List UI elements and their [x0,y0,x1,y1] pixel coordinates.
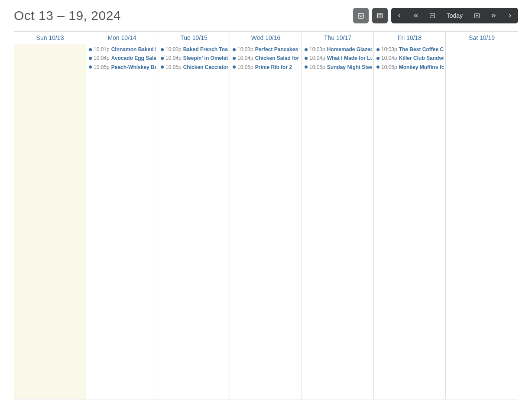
day-header[interactable]: Fri 10/18 [374,32,446,44]
calendar-event[interactable]: 10:04pWhat I Made for Lunch [302,54,373,62]
today-button[interactable]: Today [441,8,469,23]
day-header[interactable]: Tue 10/15 [158,32,230,44]
event-time: 10:05p [94,63,110,72]
double-chevron-right-icon [490,13,496,18]
calendar-body: 10:01pCinnamon Baked French10:04pAvocado… [14,44,518,399]
calendar-event[interactable]: 10:05pPrime Rib for 2 [230,63,302,72]
zoom-out-button[interactable] [424,8,441,23]
event-dot-icon [376,65,380,69]
calendar-event[interactable]: 10:05pChicken Cacciatore for [158,63,230,72]
day-column[interactable]: 10:03pThe Best Coffee Cake. I10:04pKille… [374,44,446,399]
day-column[interactable]: 10:03pHomemade Glazed Dou10:04pWhat I Ma… [302,44,374,399]
list-view-button[interactable] [372,8,388,23]
event-time: 10:04p [165,54,182,62]
event-title: The Best Coffee Cake. I [399,45,444,54]
calendar-event[interactable]: 10:05pPeach-Whiskey Barbec [86,63,158,72]
event-title: Baked French Toast for [183,45,228,54]
next-fast-button[interactable] [485,8,502,23]
calendar-event[interactable]: 10:03pThe Best Coffee Cake. I [374,45,445,54]
calendar-event[interactable]: 10:04pKiller Club Sandwich fo [374,54,445,62]
event-title: Chicken Salad for 2 [255,54,300,62]
event-time: 10:03p [309,45,325,54]
calendar-event[interactable]: 10:03pPerfect Pancakes for 2 [230,45,302,54]
day-column[interactable] [14,44,86,399]
event-dot-icon [305,48,308,51]
event-dot-icon [376,57,380,60]
day-header[interactable]: Sun 10/13 [14,32,86,44]
prev-button[interactable] [391,8,408,23]
event-dot-icon [89,48,92,51]
minus-box-icon [429,12,436,19]
calendar-header-row: Sun 10/13Mon 10/14Tue 10/15Wed 10/16Thu … [14,32,518,44]
day-column[interactable]: 10:01pCinnamon Baked French10:04pAvocado… [86,44,158,399]
day-column[interactable]: 10:03pPerfect Pancakes for 210:04pChicke… [230,44,302,399]
event-title: Killer Club Sandwich fo [399,54,444,62]
day-header[interactable]: Thu 10/17 [302,32,374,44]
event-dot-icon [233,57,236,60]
day-header[interactable]: Wed 10/16 [230,32,302,44]
topbar: Oct 13 – 19, 2024 [14,8,518,23]
list-icon [376,12,383,19]
event-time: 10:05p [237,63,253,72]
event-dot-icon [161,65,164,69]
event-title: Prime Rib for 2 [255,63,292,72]
event-title: Perfect Pancakes for 2 [255,45,300,54]
event-dot-icon [376,48,380,51]
event-time: 10:03p [237,45,253,54]
event-time: 10:05p [165,63,182,72]
day-header[interactable]: Mon 10/14 [86,32,158,44]
next-button[interactable] [502,8,518,23]
day-column[interactable] [446,44,518,399]
calendar-event[interactable]: 10:01pCinnamon Baked French [86,45,158,54]
event-title: Avocado Egg Salad for 2 [111,54,156,62]
event-title: Cinnamon Baked French [111,45,156,54]
date-nav-pill: Today [391,8,518,23]
event-time: 10:01p [94,45,110,54]
chevron-left-icon [397,13,402,18]
event-time: 10:04p [237,54,253,62]
calendar-view-button[interactable] [353,8,369,23]
event-time: 10:04p [94,54,110,62]
calendar-event[interactable]: 10:03pBaked French Toast for [158,45,230,54]
calendar-event[interactable]: 10:05pMonkey Muffins for 2 [374,63,445,72]
event-dot-icon [89,65,92,69]
event-dot-icon [233,48,236,51]
chevron-right-icon [507,13,513,18]
event-title: Peach-Whiskey Barbec [111,63,156,72]
event-dot-icon [161,48,164,51]
event-time: 10:04p [309,54,325,62]
calendar-event[interactable]: 10:04pSleepin' in Omelette fo [158,54,230,62]
page-title: Oct 13 – 19, 2024 [14,8,121,23]
plus-box-icon [474,12,480,19]
calendar-plus-icon [357,12,364,19]
event-dot-icon [161,57,164,60]
calendar-event[interactable]: 10:05pSunday Night Stew for [302,63,373,72]
event-title: Sleepin' in Omelette fo [183,54,228,62]
event-time: 10:04p [381,54,397,62]
event-dot-icon [305,57,308,60]
event-time: 10:03p [165,45,182,54]
event-title: Sunday Night Stew for [327,63,372,72]
toolbar: Today [353,8,518,23]
event-dot-icon [233,65,236,69]
prev-fast-button[interactable] [408,8,424,23]
day-column[interactable]: 10:03pBaked French Toast for10:04pSleepi… [158,44,230,399]
event-time: 10:05p [381,63,397,72]
event-time: 10:05p [309,63,325,72]
event-title: What I Made for Lunch [327,54,372,62]
event-title: Chicken Cacciatore for [183,63,228,72]
zoom-in-button[interactable] [469,8,485,23]
double-chevron-left-icon [413,13,419,18]
calendar-event[interactable]: 10:04pAvocado Egg Salad for 2 [86,54,158,62]
event-dot-icon [305,65,308,69]
event-time: 10:03p [381,45,397,54]
event-title: Monkey Muffins for 2 [399,63,444,72]
day-header[interactable]: Sat 10/19 [446,32,518,44]
event-dot-icon [89,57,92,60]
calendar: Sun 10/13Mon 10/14Tue 10/15Wed 10/16Thu … [14,31,518,399]
calendar-event[interactable]: 10:04pChicken Salad for 2 [230,54,302,62]
event-title: Homemade Glazed Dou [327,45,372,54]
calendar-event[interactable]: 10:03pHomemade Glazed Dou [302,45,373,54]
